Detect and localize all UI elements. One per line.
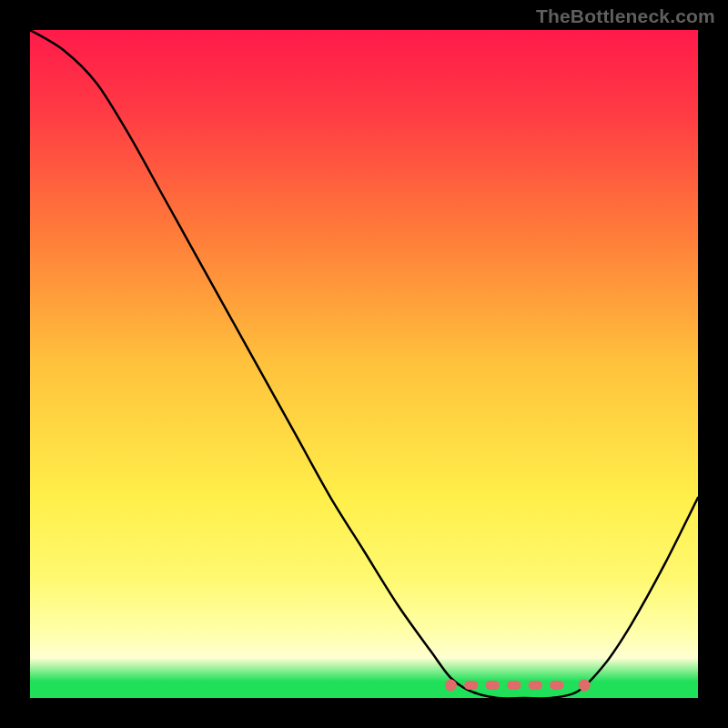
svg-point-0 — [445, 680, 457, 692]
svg-rect-6 — [550, 681, 563, 690]
chart-stage: TheBottleneck.com — [0, 0, 728, 728]
chart-svg — [30, 30, 698, 698]
svg-point-1 — [579, 680, 591, 692]
svg-rect-5 — [529, 681, 542, 690]
bottleneck-chart — [30, 30, 698, 698]
svg-rect-2 — [464, 681, 478, 690]
gradient-background — [30, 30, 698, 698]
svg-rect-3 — [486, 681, 500, 690]
bottom-green-band — [30, 682, 698, 698]
svg-rect-4 — [507, 681, 521, 690]
attribution-text: TheBottleneck.com — [536, 5, 715, 27]
